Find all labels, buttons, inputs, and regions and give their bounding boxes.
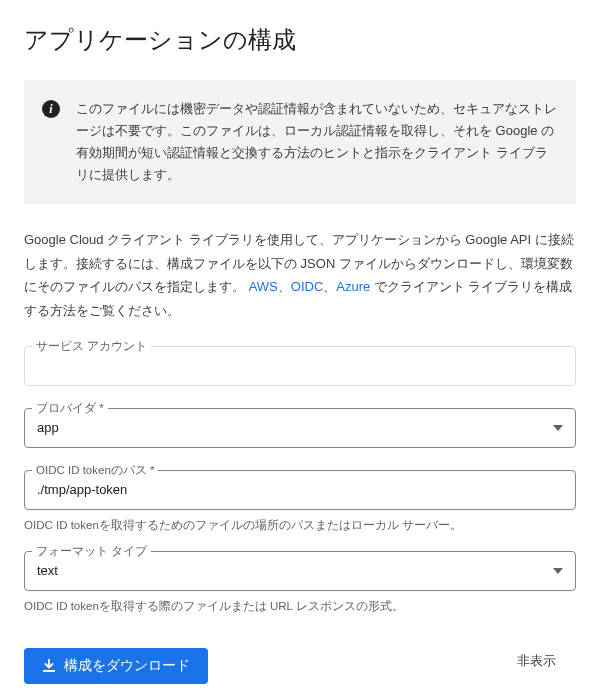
link-aws[interactable]: AWS — [249, 279, 278, 294]
chevron-down-icon — [553, 425, 563, 431]
format-type-helper: OIDC ID tokenを取得する際のファイルまたは URL レスポンスの形式… — [24, 599, 576, 614]
description-text: Google Cloud クライアント ライブラリを使用して、アプリケーションか… — [24, 228, 576, 322]
download-icon — [42, 659, 56, 673]
page-title: アプリケーションの構成 — [24, 24, 576, 56]
oidc-path-helper: OIDC ID tokenを取得するためのファイルの場所のパスまたはローカル サ… — [24, 518, 576, 533]
info-panel: i このファイルには機密データや認証情報が含まれていないため、セキュアなストレー… — [24, 80, 576, 204]
service-account-field: サービス アカウント — [24, 346, 576, 386]
chevron-down-icon — [553, 568, 563, 574]
oidc-path-label: OIDC ID tokenのパス * — [32, 463, 158, 478]
download-config-button[interactable]: 構成をダウンロード — [24, 648, 208, 684]
oidc-path-field: OIDC ID tokenのパス * — [24, 470, 576, 510]
link-azure[interactable]: Azure — [336, 279, 370, 294]
info-text: このファイルには機密データや認証情報が含まれていないため、セキュアなストレージは… — [76, 98, 558, 186]
provider-label: プロバイダ * — [32, 401, 108, 416]
dismiss-button[interactable]: 非表示 — [517, 652, 556, 670]
format-type-value: text — [37, 563, 58, 578]
link-oidc[interactable]: OIDC — [291, 279, 324, 294]
service-account-label: サービス アカウント — [32, 339, 151, 354]
provider-field: プロバイダ * app — [24, 408, 576, 448]
format-type-field: フォーマット タイプ text — [24, 551, 576, 591]
format-type-label: フォーマット タイプ — [32, 544, 151, 559]
download-button-label: 構成をダウンロード — [64, 657, 190, 675]
provider-value: app — [37, 420, 59, 435]
info-icon: i — [42, 100, 60, 118]
